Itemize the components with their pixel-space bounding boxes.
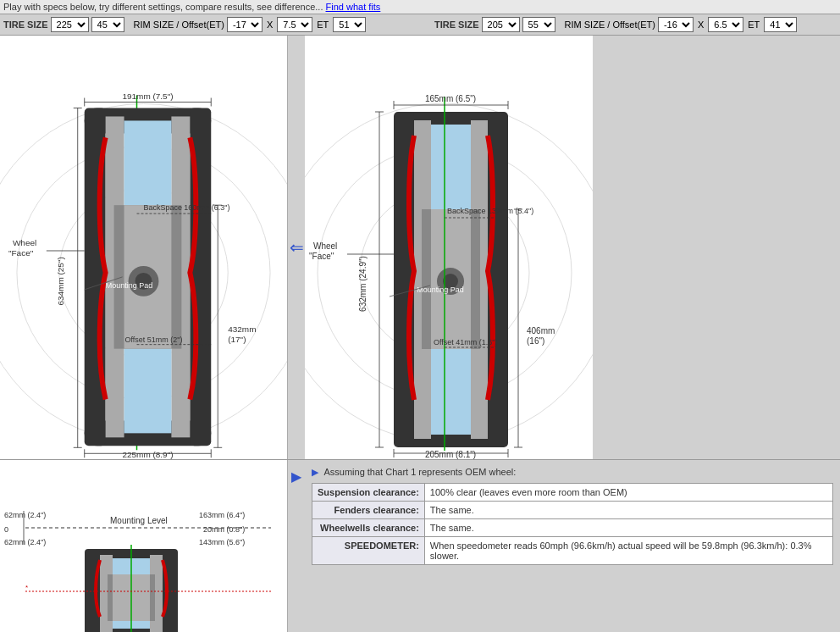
right-rim-label: RIM SIZE / Offset(ET) (565, 19, 655, 30)
svg-rect-95 (85, 549, 100, 632)
right-profile-select[interactable]: 55 (522, 17, 555, 32)
svg-text:*: * (25, 584, 28, 591)
svg-text:"Face": "Face" (8, 248, 34, 258)
compare-arrow: ⇐ (288, 36, 305, 459)
clearance-row: SPEEDOMETER:When speedometer reads 60mph… (312, 537, 833, 565)
right-tire-controls: TIRE SIZE 205 55 RIM SIZE / Offset(ET) -… (434, 17, 837, 32)
svg-text:143mm (5.6"): 143mm (5.6") (199, 538, 245, 546)
svg-text:632mm (24.9"): 632mm (24.9") (358, 256, 368, 312)
right-width-select[interactable]: 205 (482, 17, 520, 32)
clearance-row: Wheelwells clearance:The same. (312, 519, 833, 537)
left-rimwidth-select[interactable]: 7.5 (277, 17, 312, 32)
right-rimwidth-select[interactable]: 6.5 (708, 17, 743, 32)
right-rim-select[interactable]: -16 (658, 17, 694, 32)
left-tire-controls: TIRE SIZE 225 45 RIM SIZE / Offset(ET) -… (3, 17, 406, 32)
svg-text:634mm (25"): 634mm (25") (56, 257, 65, 305)
clearance-value: The same. (424, 519, 832, 537)
right-et-select[interactable]: 41 (764, 17, 797, 32)
svg-text:Mounting Level: Mounting Level (110, 516, 168, 525)
right-x-label: X (696, 19, 705, 30)
clearance-label: Wheelwells clearance: (312, 519, 425, 537)
clearance-label: Suspension clearance: (312, 484, 425, 502)
comparison-results: ▶ Assuming that Chart 1 represents OEM w… (305, 460, 840, 632)
svg-text:"Face": "Face" (309, 252, 334, 261)
svg-text:Wheel: Wheel (313, 241, 337, 251)
svg-text:(17"): (17") (228, 335, 246, 344)
svg-text:Offset 41mm (1.6"): Offset 41mm (1.6") (434, 338, 498, 346)
clearance-row: Suspension clearance:100% clear (leaves … (312, 484, 833, 502)
bottom-section: Mounting Level 62mm (2.4") 0 62mm (2.4")… (0, 459, 840, 632)
svg-text:0: 0 (4, 525, 8, 534)
bottom-left-svg: Mounting Level 62mm (2.4") 0 62mm (2.4")… (0, 460, 288, 632)
left-rim-select[interactable]: -17 (227, 17, 262, 32)
right-tire-size-label: TIRE SIZE (434, 19, 479, 30)
top-bar: Play with specs below, try different set… (0, 0, 840, 14)
svg-text:205mm (8.1"): 205mm (8.1") (425, 450, 476, 459)
assuming-arrow: ▶ (312, 467, 318, 477)
find-fits-link[interactable]: Find what fits (326, 2, 381, 12)
svg-text:Wheel: Wheel (13, 238, 36, 247)
right-diagram-svg: 165mm (6.5") 632mm (24.9") BackSpace 137… (305, 36, 593, 459)
left-x-label: X (265, 19, 274, 30)
right-diagram-panel: 165mm (6.5") 632mm (24.9") BackSpace 137… (305, 36, 593, 459)
right-spacer (593, 36, 840, 459)
clearance-value: The same. (424, 502, 832, 519)
clearance-value: 100% clear (leaves even more room than O… (424, 484, 832, 502)
svg-text:225mm (8.9"): 225mm (8.9") (122, 450, 173, 459)
clearance-row: Fenders clearance:The same. (312, 502, 833, 519)
right-et-label: ET (746, 19, 761, 30)
svg-text:(16"): (16") (527, 336, 544, 346)
svg-text:BackSpace 137mm (5.4"): BackSpace 137mm (5.4") (447, 207, 533, 215)
left-rim-label: RIM SIZE / Offset(ET) (134, 19, 224, 30)
clearance-value: When speedometer reads 60mph (96.6km/h) … (424, 537, 832, 565)
svg-text:165mm (6.5"): 165mm (6.5") (425, 94, 476, 103)
left-profile-select[interactable]: 45 (91, 17, 124, 32)
svg-text:BackSpace 160mm (6.3"): BackSpace 160mm (6.3") (144, 203, 230, 212)
svg-text:Offset 51mm (2"): Offset 51mm (2") (125, 335, 183, 344)
svg-text:62mm (2.4"): 62mm (2.4") (4, 511, 46, 519)
top-bar-text: Play with specs below, try different set… (3, 2, 323, 12)
controls-row: TIRE SIZE 225 45 RIM SIZE / Offset(ET) -… (0, 14, 840, 36)
left-et-select[interactable]: 51 (333, 17, 366, 32)
svg-text:62mm (2.4"): 62mm (2.4") (4, 538, 46, 546)
svg-text:406mm: 406mm (527, 326, 555, 335)
main-content: Mounting Pad 191mm (7.5") 634mm (25") Ba… (0, 36, 840, 459)
clearance-table: Suspension clearance:100% clear (leaves … (312, 483, 833, 565)
left-width-select[interactable]: 225 (51, 17, 89, 32)
left-et-label: ET (315, 19, 330, 30)
left-diagram-panel: Mounting Pad 191mm (7.5") 634mm (25") Ba… (0, 36, 288, 459)
svg-text:Mounting Pad: Mounting Pad (106, 281, 152, 290)
svg-text:432mm: 432mm (228, 324, 256, 334)
clearance-label: SPEEDOMETER: (312, 537, 425, 565)
bottom-arrow: ▶ (291, 468, 301, 485)
svg-text:Mounting Pad: Mounting Pad (417, 286, 464, 294)
svg-text:20mm (0.8"): 20mm (0.8") (203, 525, 245, 534)
bottom-left-diagram: Mounting Level 62mm (2.4") 0 62mm (2.4")… (0, 460, 288, 632)
clearance-label: Fenders clearance: (312, 502, 425, 519)
svg-text:191mm (7.5"): 191mm (7.5") (122, 91, 173, 101)
svg-rect-96 (163, 549, 178, 632)
assuming-text: ▶ Assuming that Chart 1 represents OEM w… (312, 467, 833, 478)
svg-text:163mm (6.4"): 163mm (6.4") (199, 511, 245, 519)
left-tire-size-label: TIRE SIZE (3, 19, 48, 30)
bottom-middle: ▶ (288, 460, 305, 632)
left-diagram-svg: Mounting Pad 191mm (7.5") 634mm (25") Ba… (0, 36, 287, 459)
